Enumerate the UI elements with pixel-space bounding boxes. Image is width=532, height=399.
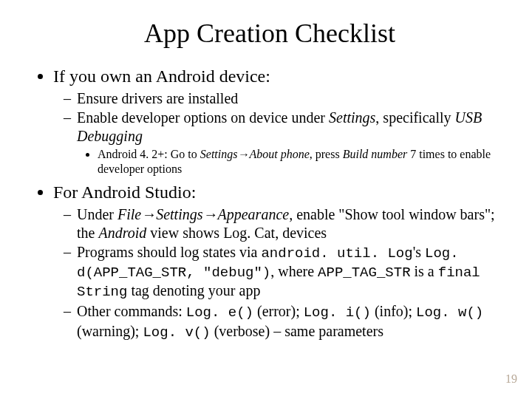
italic-text: File→Settings→Appearance, [117,206,293,222]
bullet-text: Programs should log states via [77,244,261,260]
list-item: For Android Studio: Under File→Settings→… [53,181,502,341]
code-text: APP_TAG_STR [318,265,410,281]
slide-title: App Creation Checklist [37,18,502,49]
bullet-text: (verbose) – same parameters [211,323,383,339]
bullet-list: If you own an Android device: Ensure dri… [37,65,502,341]
italic-text: Android [98,225,146,241]
list-item: Enable developer options on device under… [66,109,502,177]
bullet-text: Ensure drivers are installed [77,90,238,106]
code-text: Log. e() [186,304,253,321]
list-item: Ensure drivers are installed [66,89,502,107]
list-item: Under File→Settings→Appearance, enable "… [66,205,502,242]
bullet-text: Enable developer options on device under [77,109,329,126]
list-item: Other commands: Log. e() (error); Log. i… [66,302,502,341]
list-item: Android 4. 2+: Go to Settings→About phon… [98,147,502,177]
code-text: android. util. Log [261,245,412,262]
italic-text: Build number [343,148,408,160]
code-text: Log. i() [304,304,371,321]
bullet-text: , press [310,148,343,160]
bullet-text: Under [77,206,117,222]
list-item: If you own an Android device: Ensure dri… [53,65,502,177]
bullet-text: tag denoting your app [127,282,260,299]
sub-list: Ensure drivers are installed Enable deve… [53,89,502,177]
sub-sub-list: Android 4. 2+: Go to Settings→About phon… [77,147,502,177]
italic-text: Settings [329,109,375,126]
bullet-text: , where [270,263,318,279]
slide: App Creation Checklist If you own an And… [0,0,532,399]
bullet-text: Android 4. 2+: Go to [98,148,200,160]
bullet-text: (warning); [77,323,143,339]
bullet-text: view shows Log. Cat, devices [146,225,327,241]
bullet-text: 's [413,244,425,260]
code-text: Log. w() [416,304,483,321]
bullet-text: , specifically [375,109,454,126]
italic-text: Settings→About phone [200,148,310,160]
sub-list: Under File→Settings→Appearance, enable "… [53,205,502,341]
bullet-text: For Android Studio: [53,183,196,202]
code-text: Log. v() [143,324,210,341]
list-item: Programs should log states via android. … [66,243,502,301]
bullet-text: If you own an Android device: [53,66,270,86]
bullet-text: (info); [371,303,416,319]
bullet-text: is a [411,263,438,279]
bullet-text: (error); [253,303,304,319]
page-number: 19 [505,372,517,386]
bullet-text: Other commands: [77,303,186,319]
